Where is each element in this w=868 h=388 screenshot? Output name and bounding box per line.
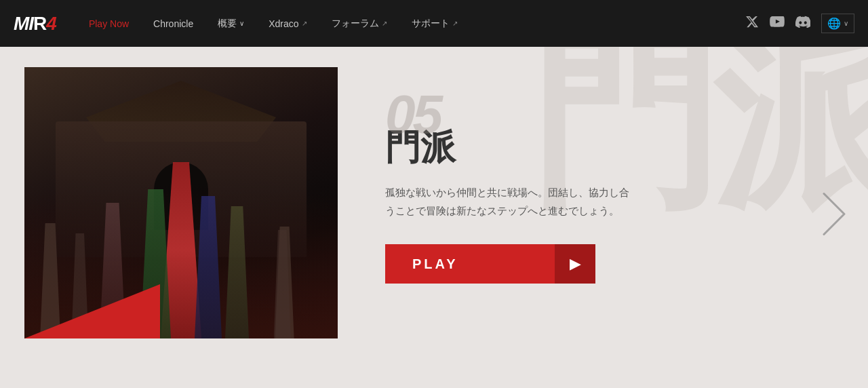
external-link-icon: ↗ <box>302 20 307 27</box>
discord-icon[interactable] <box>795 16 810 31</box>
external-link-icon: ↗ <box>382 20 387 27</box>
nav-item-xdraco[interactable]: Xdraco ↗ <box>256 0 319 47</box>
chapter-number: 05 <box>385 88 834 142</box>
nav-right: 🌐 ∨ <box>745 14 854 33</box>
twitter-icon[interactable] <box>745 15 759 32</box>
language-selector[interactable]: 🌐 ∨ <box>821 14 854 33</box>
nav-item-gaiyou[interactable]: 概要 ∨ <box>205 0 256 47</box>
next-arrow-button[interactable] <box>821 190 848 245</box>
chevron-down-icon: ∨ <box>239 20 244 27</box>
nav-item-forum[interactable]: フォーラム ↗ <box>319 0 399 47</box>
youtube-icon[interactable] <box>770 16 785 31</box>
main-nav: MIR4 Play Now Chronicle 概要 ∨ Xdraco ↗ フォ… <box>0 0 868 47</box>
logo-text: MIR4 <box>14 13 56 35</box>
nav-item-play-now[interactable]: Play Now <box>77 0 141 47</box>
external-link-icon: ↗ <box>452 20 458 27</box>
play-button-label: PLAY <box>385 256 555 272</box>
main-content: 門派 <box>0 47 868 388</box>
nav-item-chronicle[interactable]: Chronicle <box>141 0 205 47</box>
globe-icon: 🌐 <box>827 17 841 30</box>
play-button[interactable]: PLAY ▶ <box>385 244 595 284</box>
logo[interactable]: MIR4 <box>14 13 56 35</box>
feature-image-container <box>24 67 338 338</box>
play-button-arrow-icon: ▶ <box>555 244 595 284</box>
feature-content: 05 門派 孤独な戦いから仲間と共に戦場へ。団結し、協力し合 うことで冒険は新た… <box>338 47 868 284</box>
chapter-description: 孤独な戦いから仲間と共に戦場へ。団結し、協力し合 うことで冒険は新たなステップへ… <box>385 183 711 220</box>
chevron-down-icon: ∨ <box>844 20 848 27</box>
red-triangle-decoration <box>24 284 160 338</box>
nav-links: Play Now Chronicle 概要 ∨ Xdraco ↗ フォーラム ↗… <box>77 0 745 47</box>
nav-item-support[interactable]: サポート ↗ <box>399 0 470 47</box>
